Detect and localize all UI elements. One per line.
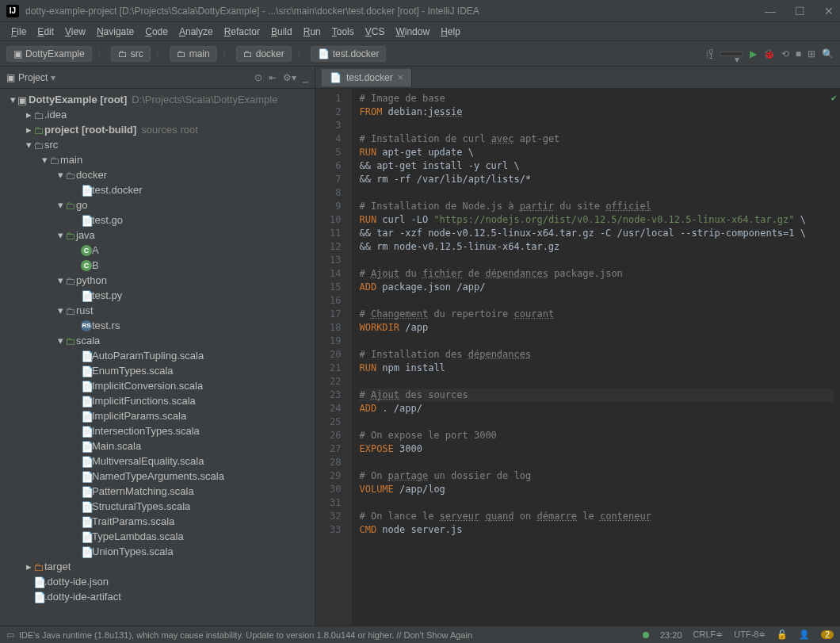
tree-row[interactable]: 📄 ImplicitConversion.scala — [0, 378, 315, 393]
code-line[interactable] — [359, 496, 834, 510]
tree-row[interactable]: 📄 EnumTypes.scala — [0, 363, 315, 378]
menu-build[interactable]: Build — [266, 25, 297, 39]
tree-arrow-icon[interactable]: ▾ — [40, 154, 49, 166]
collapse-button[interactable]: ⇤ — [269, 72, 277, 83]
status-crlf[interactable]: CRLF≑ — [693, 630, 724, 640]
tree-row[interactable]: 📄 TypeLambdas.scala — [0, 529, 315, 544]
menu-file[interactable]: File — [6, 25, 31, 39]
breadcrumb-item[interactable]: 🗀src — [111, 46, 151, 62]
menu-refactor[interactable]: Refactor — [220, 25, 265, 39]
code-line[interactable]: && rm node-v0.12.5-linux-x64.tar.gz — [359, 240, 834, 254]
inspections-icon[interactable]: 👤 — [799, 630, 810, 640]
tree-arrow-icon[interactable]: ▾ — [55, 229, 65, 241]
code-line[interactable]: RUN npm install — [359, 362, 834, 375]
tree-row[interactable]: ▾▣ DottyExample [root]D:\Projects\Scala\… — [0, 92, 315, 107]
code-line[interactable]: # Changement du repertoire courant — [359, 308, 834, 321]
code-line[interactable]: # Image de base — [359, 92, 834, 105]
code-line[interactable] — [359, 186, 834, 200]
tree-row[interactable]: 📄 .dotty-ide-artifact — [0, 589, 315, 604]
menu-window[interactable]: Window — [391, 25, 434, 39]
tree-arrow-icon[interactable]: ▸ — [24, 109, 33, 121]
status-message[interactable]: IDE's Java runtime (1.8u131), which may … — [19, 630, 643, 640]
tree-arrow-icon[interactable]: ▾ — [55, 199, 65, 211]
code-line[interactable]: ADD . /app/ — [359, 402, 834, 415]
menu-help[interactable]: Help — [436, 25, 465, 39]
tree-row[interactable]: 📄 test.go — [0, 212, 315, 228]
menu-analyze[interactable]: Analyze — [174, 25, 218, 39]
tree-row[interactable]: 📄 test.py — [0, 288, 315, 303]
code-line[interactable]: # Ajout des sources — [359, 388, 834, 402]
tree-row[interactable]: 📄 ImplicitFunctions.scala — [0, 393, 315, 408]
code-line[interactable]: RUN apt-get update \ — [359, 146, 834, 159]
breadcrumb-item[interactable]: ▣DottyExample — [6, 46, 92, 62]
menu-navigate[interactable]: Navigate — [92, 25, 139, 39]
code-editor[interactable]: # Image de baseFROM debian:jessie # Inst… — [353, 89, 840, 626]
tree-row[interactable]: C B — [0, 258, 315, 273]
menu-run[interactable]: Run — [299, 25, 326, 39]
sidebar-title[interactable]: ▣ Project ▾ — [6, 72, 248, 83]
code-line[interactable]: && rm -rf /var/lib/apt/lists/* — [359, 173, 834, 186]
events-icon[interactable]: ▭ — [6, 630, 14, 640]
code-line[interactable]: # Installation de curl avec apt-get — [359, 132, 834, 146]
tree-row[interactable]: C A — [0, 243, 315, 258]
code-line[interactable]: && apt-get install -y curl \ — [359, 159, 834, 173]
tree-row[interactable]: 📄 StructuralTypes.scala — [0, 499, 315, 514]
run-config-dropdown[interactable] — [720, 52, 743, 56]
search-button[interactable]: 🔍 — [822, 48, 834, 59]
code-line[interactable] — [359, 335, 834, 348]
code-line[interactable]: EXPOSE 3000 — [359, 442, 834, 456]
tree-row[interactable]: 📄 IntersectionTypes.scala — [0, 423, 315, 438]
menu-vcs[interactable]: VCS — [361, 25, 390, 39]
code-line[interactable]: && tar -xzf node-v0.12.5-linux-x64.tar.g… — [359, 227, 834, 240]
code-line[interactable]: ADD package.json /app/ — [359, 281, 834, 294]
tree-arrow-icon[interactable]: ▸ — [24, 124, 33, 136]
tree-row[interactable]: 📄 Main.scala — [0, 438, 315, 454]
code-line[interactable]: WORKDIR /app — [359, 321, 834, 335]
tree-arrow-icon[interactable]: ▾ — [55, 274, 65, 286]
tree-row[interactable]: 📄 NamedTypeArguments.scala — [0, 469, 315, 484]
code-line[interactable] — [359, 254, 834, 267]
tree-row[interactable]: 📄 .dotty-ide.json — [0, 574, 315, 589]
tree-row[interactable]: ▾🗀 go — [0, 197, 315, 212]
menu-view[interactable]: View — [60, 25, 90, 39]
tree-row[interactable]: ▾🗀 scala — [0, 333, 315, 348]
tree-row[interactable]: ▾🗀 main — [0, 152, 315, 167]
tree-row[interactable]: ▸🗀 .idea — [0, 107, 315, 122]
tree-row[interactable]: RS test.rs — [0, 318, 315, 333]
notifications-badge[interactable]: 2 — [821, 630, 834, 639]
settings-button[interactable]: ⚙▾ — [283, 72, 296, 83]
breadcrumb-item[interactable]: 🗀docker — [236, 46, 292, 62]
code-line[interactable]: FROM debian:jessie — [359, 105, 834, 119]
code-line[interactable]: CMD node server.js — [359, 523, 834, 537]
locate-button[interactable]: ⊙ — [254, 72, 262, 83]
tree-arrow-icon[interactable]: ▾ — [55, 304, 65, 316]
tree-row[interactable]: 📄 test.docker — [0, 182, 315, 197]
code-line[interactable] — [359, 375, 834, 388]
code-line[interactable] — [359, 119, 834, 132]
tree-row[interactable]: 📄 TraitParams.scala — [0, 514, 315, 529]
tree-row[interactable]: 📄 PatternMatching.scala — [0, 484, 315, 499]
sync-icon[interactable]: ↓0↑1 — [705, 49, 713, 59]
tree-arrow-icon[interactable]: ▾ — [8, 94, 17, 105]
menu-edit[interactable]: Edit — [32, 25, 59, 39]
breadcrumb-item[interactable]: 🗀main — [170, 46, 217, 62]
tree-row[interactable]: 📄 UnionTypes.scala — [0, 544, 315, 559]
menu-tools[interactable]: Tools — [327, 25, 359, 39]
code-line[interactable] — [359, 456, 834, 469]
debug-button[interactable]: 🐞 — [763, 48, 775, 59]
code-line[interactable]: VOLUME /app/log — [359, 483, 834, 496]
code-line[interactable]: # Ajout du fichier de dépendances packag… — [359, 267, 834, 281]
breadcrumb-item[interactable]: 📄test.docker — [311, 46, 387, 62]
tree-row[interactable]: 📄 MultiversalEquality.scala — [0, 454, 315, 469]
code-line[interactable]: RUN curl -LO "https://nodejs.org/dist/v0… — [359, 213, 834, 227]
code-line[interactable]: # On expose le port 3000 — [359, 429, 834, 442]
tree-row[interactable]: ▸🗀 project [root-build]sources root — [0, 122, 315, 137]
tree-arrow-icon[interactable]: ▾ — [24, 139, 33, 151]
tree-row[interactable]: 📄 AutoParamTupling.scala — [0, 348, 315, 363]
tree-row[interactable]: ▾🗀 python — [0, 273, 315, 288]
lock-icon[interactable]: 🔓 — [777, 630, 788, 640]
close-button[interactable]: ✕ — [824, 5, 834, 17]
maximize-button[interactable]: ☐ — [795, 5, 805, 17]
tree-arrow-icon[interactable]: ▾ — [55, 335, 65, 346]
project-tree[interactable]: ▾▣ DottyExample [root]D:\Projects\Scala\… — [0, 89, 315, 626]
